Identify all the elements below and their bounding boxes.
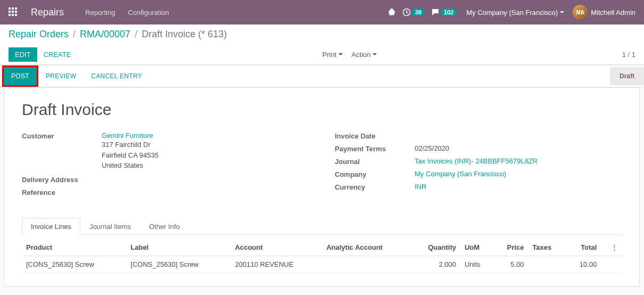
create-button[interactable]: Create	[37, 47, 78, 62]
cell-total: 10.00	[566, 256, 601, 273]
journal-link[interactable]: Tax Invoices (INR)- 24BBBFF5679L8ZR	[415, 157, 538, 165]
menu-reporting[interactable]: Reporting	[85, 9, 115, 17]
post-highlight: Post	[2, 65, 38, 87]
status-draft[interactable]: Draft	[610, 67, 644, 85]
col-total[interactable]: Total	[566, 239, 601, 256]
toolbar: Edit Create Print Action 1 / 1	[9, 44, 635, 64]
tab-journal-items[interactable]: Journal Items	[80, 218, 140, 235]
table-row[interactable]: [CONS_25630] Screw [CONS_25630] Screw 20…	[22, 256, 622, 273]
cell-taxes	[528, 256, 566, 273]
cell-label: [CONS_25630] Screw	[126, 256, 230, 273]
address-line: Fairfield CA 94535	[102, 150, 309, 161]
app-brand: Repairs	[31, 7, 64, 18]
discuss-icon[interactable]: 102	[431, 8, 457, 17]
bug-icon[interactable]	[387, 8, 396, 17]
form-sheet: Draft Invoice Customer Gemini Furniture …	[4, 87, 640, 286]
breadcrumb-rma[interactable]: RMA/00007	[80, 29, 130, 40]
status-bar: Post Preview Cancel Entry Draft	[0, 65, 644, 87]
post-button[interactable]: Post	[4, 67, 37, 85]
user-menu[interactable]: MA Mitchell Admin	[573, 5, 635, 20]
payment-terms-value: 02/25/2020	[415, 144, 622, 152]
invoice-date-label: Invoice Date	[335, 132, 415, 140]
company-label: Company	[335, 170, 415, 178]
cell-account: 200110 REVENUE	[231, 256, 323, 273]
cell-quantity: 2.000	[410, 256, 460, 273]
customer-link[interactable]: Gemini Furniture	[102, 132, 153, 140]
col-uom[interactable]: UoM	[460, 239, 493, 256]
company-name: My Company (San Francisco)	[466, 9, 558, 17]
left-column: Customer Gemini Furniture 317 Fairchild …	[22, 132, 309, 201]
tabs: Invoice Lines Journal Items Other Info	[22, 218, 622, 235]
col-taxes[interactable]: Taxes	[528, 239, 566, 256]
col-price[interactable]: Price	[493, 239, 528, 256]
journal-label: Journal	[335, 157, 415, 166]
tab-invoice-lines[interactable]: Invoice Lines	[22, 218, 80, 235]
action-dropdown[interactable]: Action	[351, 51, 377, 59]
currency-link[interactable]: INR	[415, 183, 426, 191]
apps-icon[interactable]	[9, 7, 18, 17]
chevron-down-icon	[373, 52, 377, 56]
reference-label: Reference	[22, 188, 102, 196]
chevron-down-icon	[338, 52, 343, 56]
activities-badge: 38	[412, 9, 425, 16]
pager[interactable]: 1 / 1	[622, 51, 635, 59]
cell-analytic	[322, 256, 410, 273]
right-column: Invoice Date Payment Terms 02/25/2020 Jo…	[335, 132, 622, 201]
page-title: Draft Invoice	[22, 101, 622, 119]
currency-label: Currency	[335, 183, 415, 191]
discuss-badge: 102	[441, 9, 457, 16]
avatar: MA	[573, 5, 588, 20]
breadcrumb-current: Draft Invoice (* 613)	[142, 29, 227, 40]
edit-button[interactable]: Edit	[9, 47, 37, 62]
company-switcher[interactable]: My Company (San Francisco)	[466, 9, 564, 17]
cell-uom: Units	[460, 256, 493, 273]
delivery-address-label: Delivery Address	[22, 175, 102, 184]
menu-configuration[interactable]: Configuration	[128, 9, 169, 17]
invoice-lines-table: Product Label Account Analytic Account Q…	[22, 239, 622, 273]
cell-price: 5.00	[493, 256, 528, 273]
preview-button[interactable]: Preview	[38, 67, 84, 85]
breadcrumb: Repair Orders / RMA/00007 / Draft Invoic…	[9, 29, 635, 40]
col-product[interactable]: Product	[22, 239, 126, 256]
customer-label: Customer	[22, 132, 102, 140]
address-line: 317 Fairchild Dr	[102, 140, 309, 150]
col-quantity[interactable]: Quantity	[410, 239, 460, 256]
cell-product: [CONS_25630] Screw	[22, 256, 126, 273]
cancel-entry-button[interactable]: Cancel Entry	[84, 67, 150, 85]
address-line: United States	[102, 160, 309, 171]
activities-icon[interactable]: 38	[402, 8, 425, 17]
control-panel: Repair Orders / RMA/00007 / Draft Invoic…	[0, 24, 644, 65]
kebab-icon[interactable]: ⋮	[611, 243, 618, 251]
main-navbar: Repairs Reporting Configuration 38 102 M…	[0, 0, 644, 24]
col-analytic[interactable]: Analytic Account	[322, 239, 410, 256]
tab-other-info[interactable]: Other Info	[140, 218, 189, 235]
print-dropdown[interactable]: Print	[323, 51, 343, 59]
chevron-down-icon	[560, 10, 564, 14]
col-account[interactable]: Account	[231, 239, 323, 256]
payment-terms-label: Payment Terms	[335, 144, 415, 153]
company-link[interactable]: My Company (San Francisco)	[415, 170, 506, 178]
col-label[interactable]: Label	[126, 239, 230, 256]
user-name: Mitchell Admin	[591, 9, 635, 17]
breadcrumb-repair-orders[interactable]: Repair Orders	[9, 29, 69, 40]
